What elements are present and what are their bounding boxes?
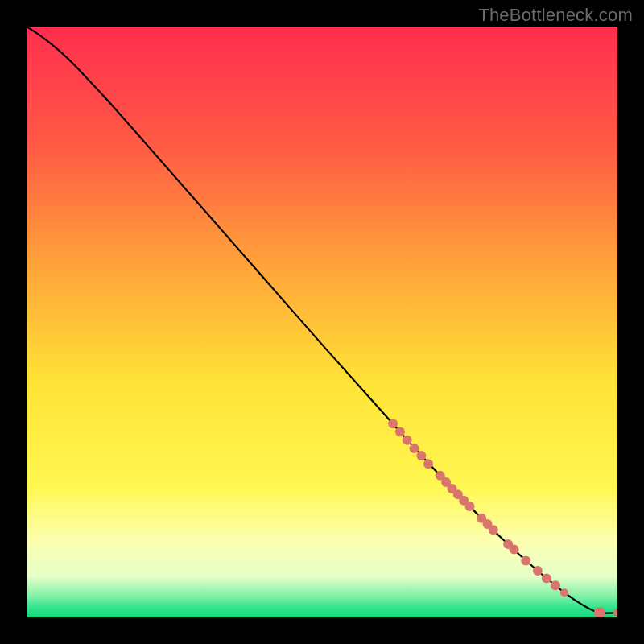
data-point bbox=[402, 436, 412, 445]
chart-frame: TheBottleneck.com bbox=[0, 0, 644, 644]
gradient-background bbox=[27, 27, 617, 617]
data-point bbox=[388, 419, 398, 428]
data-point bbox=[416, 451, 426, 460]
data-point bbox=[489, 525, 498, 535]
data-point bbox=[510, 545, 519, 555]
data-point bbox=[533, 566, 543, 576]
data-point bbox=[560, 588, 568, 597]
data-point bbox=[465, 502, 475, 511]
plot-area bbox=[27, 27, 617, 617]
data-point bbox=[521, 556, 530, 566]
watermark-text: TheBottleneck.com bbox=[478, 5, 633, 26]
data-point bbox=[423, 459, 433, 469]
data-point bbox=[551, 580, 560, 590]
data-point bbox=[395, 427, 405, 437]
chart-svg bbox=[27, 27, 617, 617]
data-point bbox=[410, 444, 419, 453]
data-point bbox=[542, 574, 551, 584]
